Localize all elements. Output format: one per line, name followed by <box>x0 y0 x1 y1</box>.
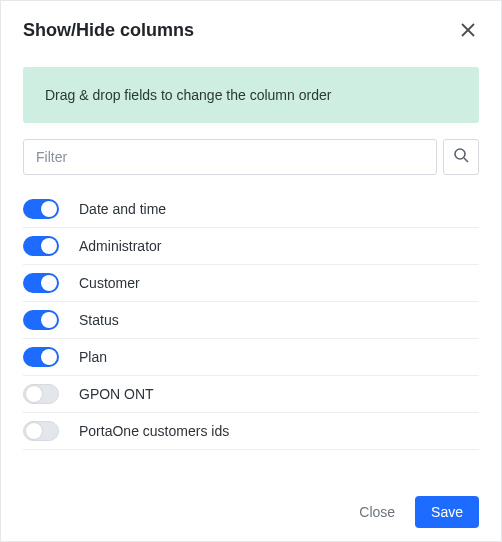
column-row[interactable]: GPON ONT <box>23 376 479 413</box>
save-button[interactable]: Save <box>415 496 479 528</box>
column-label: Date and time <box>79 201 166 217</box>
column-label: Plan <box>79 349 107 365</box>
column-toggle[interactable] <box>23 236 59 256</box>
column-row[interactable]: Plan <box>23 339 479 376</box>
svg-point-2 <box>455 149 465 159</box>
column-label: Status <box>79 312 119 328</box>
column-toggle[interactable] <box>23 199 59 219</box>
column-toggle[interactable] <box>23 347 59 367</box>
column-toggle[interactable] <box>23 421 59 441</box>
column-row[interactable]: Customer <box>23 265 479 302</box>
column-label: GPON ONT <box>79 386 154 402</box>
dialog-footer: Close Save <box>1 483 501 541</box>
column-row[interactable]: Date and time <box>23 191 479 228</box>
search-icon <box>453 147 469 167</box>
close-button[interactable]: Close <box>353 496 401 528</box>
hint-banner: Drag & drop fields to change the column … <box>23 67 479 123</box>
column-toggle[interactable] <box>23 273 59 293</box>
column-label: Customer <box>79 275 140 291</box>
column-row[interactable]: PortaOne customers ids <box>23 413 479 450</box>
search-button[interactable] <box>443 139 479 175</box>
dialog-body: Drag & drop fields to change the column … <box>1 53 501 483</box>
filter-input[interactable] <box>23 139 437 175</box>
column-row[interactable]: Administrator <box>23 228 479 265</box>
column-list: Date and timeAdministratorCustomerStatus… <box>23 191 479 450</box>
column-label: PortaOne customers ids <box>79 423 229 439</box>
column-row[interactable]: Status <box>23 302 479 339</box>
column-toggle[interactable] <box>23 310 59 330</box>
svg-line-3 <box>464 158 468 162</box>
column-label: Administrator <box>79 238 161 254</box>
dialog-title: Show/Hide columns <box>23 20 194 41</box>
column-toggle[interactable] <box>23 384 59 404</box>
close-icon[interactable] <box>457 19 479 41</box>
